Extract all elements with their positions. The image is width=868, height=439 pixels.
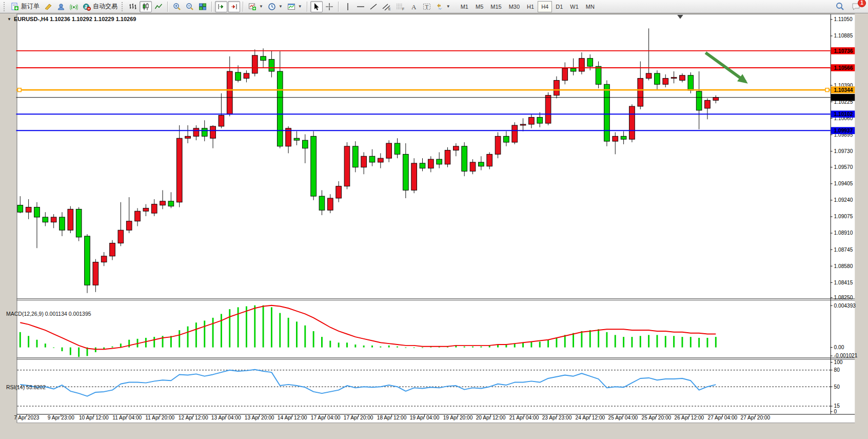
svg-text:F: F	[402, 7, 404, 11]
crayon-icon	[44, 3, 52, 11]
macd-bar	[556, 338, 557, 348]
macd-bar	[170, 336, 172, 347]
tf-h1-button[interactable]: H1	[523, 1, 538, 12]
tf-m1-button[interactable]: M1	[457, 1, 472, 12]
macd-bar	[480, 347, 482, 348]
rsi-indicator-label: RSI(14) 53.8202	[6, 384, 46, 390]
svg-text:26 Apr 12:00: 26 Apr 12:00	[675, 415, 704, 421]
time-axis[interactable]: 7 Apr 20239 Apr 23:0010 Apr 12:0011 Apr …	[14, 414, 770, 421]
vertical-line-button[interactable]	[342, 1, 354, 12]
chart-canvas[interactable]: 1.110501.108851.107201.105551.103901.102…	[0, 13, 868, 439]
line-chart-button[interactable]	[152, 1, 165, 12]
macd-bar	[62, 348, 63, 351]
auto-scroll-button[interactable]	[215, 1, 227, 12]
macd-bar	[246, 307, 247, 348]
profile-button[interactable]	[55, 1, 67, 12]
text-button[interactable]: A	[408, 1, 420, 12]
svg-text:1.09240: 1.09240	[834, 197, 853, 203]
macd-bar	[346, 342, 348, 347]
cursor-button[interactable]	[310, 1, 323, 12]
svg-text:25 Apr 20:00: 25 Apr 20:00	[642, 415, 672, 421]
macd-bar	[338, 342, 340, 347]
macd-bar	[606, 332, 607, 348]
svg-text:18 Apr 12:00: 18 Apr 12:00	[377, 415, 407, 421]
zoom-in-icon	[173, 3, 181, 11]
indicators-button[interactable]: ▼	[246, 1, 265, 12]
svg-text:100: 100	[834, 359, 843, 365]
macd-bar	[631, 337, 633, 347]
svg-text:1.09730: 1.09730	[834, 148, 853, 154]
signal-button[interactable]	[68, 1, 80, 12]
macd-bar	[279, 313, 281, 348]
tf-w1-button[interactable]: W1	[566, 1, 582, 12]
horizontal-line-button[interactable]	[354, 1, 367, 12]
bar-chart-button[interactable]	[127, 1, 139, 12]
macd-bar	[329, 341, 331, 348]
macd-bar	[715, 337, 717, 347]
clock-icon	[268, 3, 276, 11]
zoom-in-button[interactable]	[171, 1, 183, 12]
tile-windows-icon	[199, 3, 207, 11]
dropdown-caret: ▼	[259, 4, 263, 9]
svg-text:1.09570: 1.09570	[834, 164, 853, 170]
svg-text:17 Apr 20:00: 17 Apr 20:00	[344, 415, 373, 421]
templates-button[interactable]: ▼	[285, 1, 304, 12]
chart-shift-button[interactable]	[228, 1, 240, 12]
notifications-button[interactable]: 1	[850, 1, 863, 12]
svg-text:11 Apr 04:00: 11 Apr 04:00	[112, 415, 142, 421]
candlestick-chart-button[interactable]	[140, 1, 152, 12]
svg-text:1.10736: 1.10736	[834, 48, 853, 54]
text-a-icon: A	[410, 3, 418, 11]
arrows-button[interactable]: ▼	[433, 1, 452, 12]
svg-text:13 Apr 04:00: 13 Apr 04:00	[211, 415, 241, 421]
svg-text:0.004393: 0.004393	[834, 303, 856, 309]
macd-bar	[221, 314, 222, 347]
fibonacci-button[interactable]: F	[394, 1, 407, 12]
search-button[interactable]	[834, 1, 846, 12]
hline-handle[interactable]	[17, 88, 21, 92]
search-icon	[836, 2, 844, 11]
toolbar-separator	[211, 2, 212, 12]
tf-m15-button[interactable]: M15	[487, 1, 505, 12]
svg-text:13 Apr 20:00: 13 Apr 20:00	[245, 415, 274, 421]
auto-trading-button[interactable]: 自动交易	[81, 1, 120, 12]
svg-text:14 Apr 12:00: 14 Apr 12:00	[278, 415, 307, 421]
crayon-button[interactable]	[42, 1, 54, 12]
svg-text:1.11050: 1.11050	[834, 16, 853, 22]
trendline-button[interactable]	[367, 1, 380, 12]
macd-bar	[128, 340, 130, 348]
macd-bar	[514, 343, 516, 347]
candle	[85, 234, 90, 293]
tf-mn-button[interactable]: MN	[582, 1, 598, 12]
macd-bar	[598, 329, 599, 347]
tf-m30-button[interactable]: M30	[505, 1, 523, 12]
auto-trading-icon	[83, 3, 91, 11]
svg-text:1.10344: 1.10344	[834, 87, 853, 93]
zoom-out-button[interactable]	[184, 1, 196, 12]
text-label-button[interactable]: T	[421, 1, 433, 12]
periods-button[interactable]: ▼	[266, 1, 285, 12]
toolbar-separator	[307, 2, 308, 12]
crosshair-button[interactable]	[323, 1, 336, 12]
candle	[311, 131, 317, 200]
new-order-button[interactable]: 新订单	[9, 1, 42, 12]
equidistant-channel-button[interactable]: E	[380, 1, 393, 12]
svg-text:1.10102: 1.10102	[834, 111, 853, 117]
tf-m5-button[interactable]: M5	[472, 1, 487, 12]
svg-text:1.09937: 1.09937	[834, 128, 853, 133]
hline-handle[interactable]	[825, 88, 829, 92]
symbol-dropdown-icon[interactable]: ▼	[7, 17, 11, 22]
toolbar-grip	[122, 2, 125, 11]
tf-h4-button[interactable]: H4	[538, 1, 552, 12]
macd-bar	[573, 333, 574, 348]
macd-bar	[321, 337, 323, 347]
tile-windows-button[interactable]	[196, 1, 209, 12]
macd-bar	[371, 346, 373, 348]
macd-bar	[589, 330, 591, 348]
fibonacci-icon: F	[396, 3, 405, 11]
candle	[76, 207, 82, 241]
svg-text:T: T	[425, 4, 428, 10]
template-icon	[287, 3, 295, 11]
macd-bar	[179, 330, 180, 348]
tf-d1-button[interactable]: D1	[552, 1, 566, 12]
